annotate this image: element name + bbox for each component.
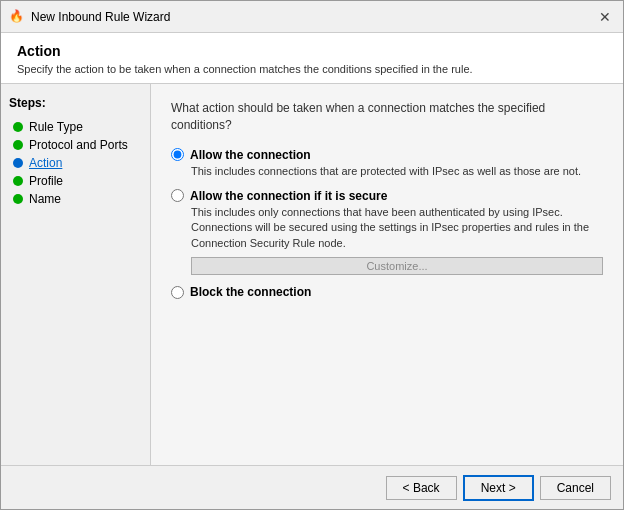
- option-block-label[interactable]: Block the connection: [190, 285, 311, 299]
- radio-allow[interactable]: [171, 148, 184, 161]
- window-icon: 🔥: [9, 9, 25, 25]
- title-bar: 🔥 New Inbound Rule Wizard ✕: [1, 1, 623, 33]
- sidebar-label-protocol-ports: Protocol and Ports: [29, 138, 128, 152]
- step-content: What action should be taken when a conne…: [151, 84, 623, 465]
- main-body: Steps: Rule Type Protocol and Ports Acti…: [1, 84, 623, 465]
- option-allow-secure: Allow the connection if it is secure Thi…: [171, 189, 603, 275]
- sidebar-label-name: Name: [29, 192, 61, 206]
- cancel-button[interactable]: Cancel: [540, 476, 611, 500]
- sidebar-label-profile: Profile: [29, 174, 63, 188]
- header-section: Action Specify the action to be taken wh…: [1, 33, 623, 84]
- sidebar-dot-profile: [13, 176, 23, 186]
- content-area: Action Specify the action to be taken wh…: [1, 33, 623, 465]
- radio-group: Allow the connection This includes conne…: [171, 148, 603, 300]
- page-title: Action: [17, 43, 607, 59]
- sidebar-label-action: Action: [29, 156, 62, 170]
- sidebar-item-name[interactable]: Name: [9, 190, 142, 208]
- step-question: What action should be taken when a conne…: [171, 100, 603, 134]
- sidebar-label-rule-type: Rule Type: [29, 120, 83, 134]
- sidebar-dot-protocol-ports: [13, 140, 23, 150]
- page-subtitle: Specify the action to be taken when a co…: [17, 63, 607, 75]
- option-allow-label[interactable]: Allow the connection: [190, 148, 311, 162]
- option-allow-secure-row: Allow the connection if it is secure: [171, 189, 603, 203]
- next-button[interactable]: Next >: [463, 475, 534, 501]
- option-allow-row: Allow the connection: [171, 148, 603, 162]
- radio-block[interactable]: [171, 286, 184, 299]
- sidebar-dot-action: [13, 158, 23, 168]
- dialog-window: 🔥 New Inbound Rule Wizard ✕ Action Speci…: [0, 0, 624, 510]
- sidebar-item-protocol-ports[interactable]: Protocol and Ports: [9, 136, 142, 154]
- close-button[interactable]: ✕: [595, 7, 615, 27]
- sidebar-item-action[interactable]: Action: [9, 154, 142, 172]
- footer: < Back Next > Cancel: [1, 465, 623, 509]
- option-allow-desc: This includes connections that are prote…: [191, 164, 603, 179]
- window-title: New Inbound Rule Wizard: [31, 10, 595, 24]
- customize-button[interactable]: Customize...: [191, 257, 603, 275]
- option-block-row: Block the connection: [171, 285, 603, 299]
- option-block: Block the connection: [171, 285, 603, 299]
- sidebar-item-rule-type[interactable]: Rule Type: [9, 118, 142, 136]
- sidebar-dot-rule-type: [13, 122, 23, 132]
- option-allow: Allow the connection This includes conne…: [171, 148, 603, 179]
- option-allow-secure-desc: This includes only connections that have…: [191, 205, 603, 251]
- radio-allow-secure[interactable]: [171, 189, 184, 202]
- sidebar-dot-name: [13, 194, 23, 204]
- sidebar-steps-label: Steps:: [9, 96, 142, 110]
- back-button[interactable]: < Back: [386, 476, 457, 500]
- sidebar: Steps: Rule Type Protocol and Ports Acti…: [1, 84, 151, 465]
- option-allow-secure-label[interactable]: Allow the connection if it is secure: [190, 189, 387, 203]
- sidebar-item-profile[interactable]: Profile: [9, 172, 142, 190]
